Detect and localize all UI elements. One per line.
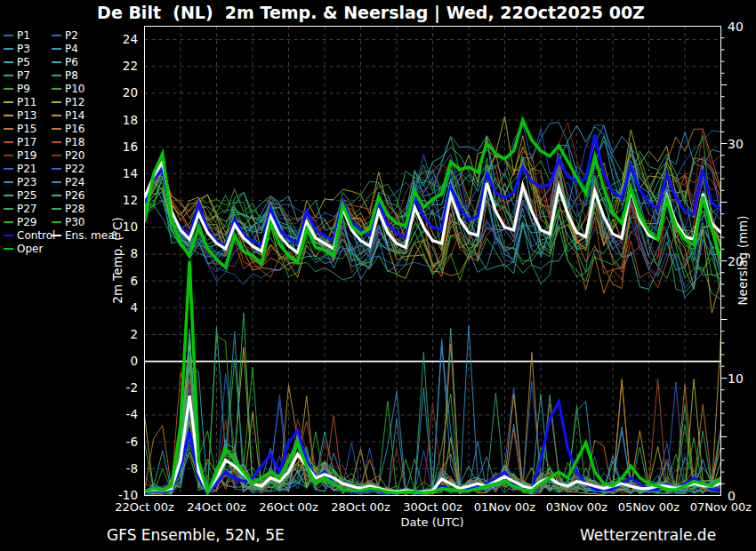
x-tick-label: 30Oct 00z	[403, 500, 462, 514]
model-caption: GFS Ensemble, 52N, 5E	[107, 526, 285, 544]
temp-tick-label: 16	[123, 140, 138, 154]
temp-tick-label: -2	[126, 380, 138, 395]
temp-tick-label: 6	[130, 274, 138, 288]
temp-tick-label: 12	[123, 193, 138, 207]
precip-tick-label: 30	[728, 137, 744, 151]
temp-tick-label: 2	[130, 327, 138, 341]
x-tick-label: 01Nov 00z	[474, 500, 536, 514]
temp-tick-label: 4	[130, 300, 138, 315]
temp-tick-label: 8	[130, 246, 138, 260]
x-tick-label: 22Oct 00z	[115, 500, 174, 514]
x-tick-label: 28Oct 00z	[331, 500, 390, 514]
meteogram-plot: 2m Temp. (°C) Neerslag (mm) -10-8-6-4-20…	[0, 0, 756, 551]
precip-tick-label: 20	[728, 254, 744, 268]
meteogram-page: De Bilt (NL) 2m Temp. & Neerslag | Wed, …	[0, 0, 756, 551]
temp-tick-label: -6	[126, 435, 138, 449]
x-tick-label: 24Oct 00z	[187, 500, 246, 514]
x-tick-label: 05Nov 00z	[618, 500, 680, 514]
temp-tick-label: 10	[123, 220, 138, 234]
temp-tick-label: 0	[130, 354, 138, 368]
precip-tick-label: 40	[728, 20, 744, 34]
temp-tick-label: 14	[123, 166, 138, 180]
temp-tick-label: -4	[126, 407, 138, 421]
source-caption: Wetterzentrale.de	[580, 526, 716, 544]
temp-tick-label: 24	[123, 32, 138, 46]
x-tick-label: 03Nov 00z	[546, 500, 608, 514]
x-tick-label: 07Nov 00z	[690, 500, 752, 514]
temp-tick-label: 20	[123, 85, 138, 100]
temp-tick-label: 22	[123, 59, 138, 73]
precip-tick-label: 10	[728, 371, 744, 386]
temp-tick-label: -8	[126, 461, 138, 475]
x-tick-label: 26Oct 00z	[259, 500, 318, 514]
temp-tick-label: 18	[123, 113, 138, 127]
